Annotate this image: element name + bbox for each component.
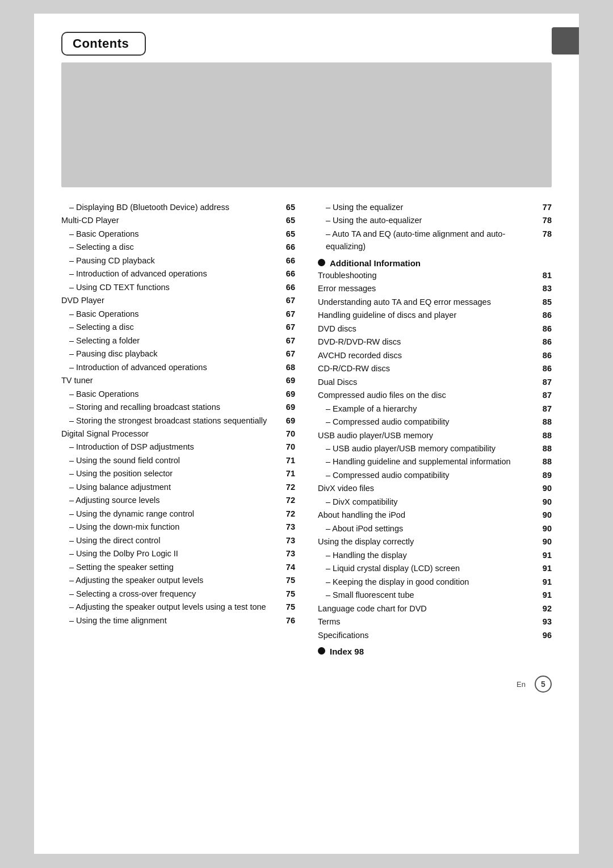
sub-entry-label: – Selecting a disc [69, 241, 283, 253]
section-entry: DVD Player67 [61, 294, 295, 307]
sub-entry-label: – Compressed audio compatibility [326, 416, 539, 428]
footer: En 5 [61, 676, 552, 693]
sub-entry: – Keeping the display in good condition9… [318, 576, 552, 588]
toc-entry: Specifications96 [318, 629, 552, 641]
sub-entry-num: 78 [543, 214, 552, 227]
entry-label: Error messages [318, 282, 539, 295]
entry-num: 90 [543, 482, 552, 494]
sub-entry-num: 76 [286, 614, 295, 627]
sub-entry-label: – Liquid crystal display (LCD) screen [326, 562, 539, 575]
sub-entry: – Displaying BD (Bluetooth Device) addre… [61, 201, 295, 213]
sub-entry: – About iPod settings90 [318, 522, 552, 535]
entry-label: CD-R/CD-RW discs [318, 362, 539, 375]
sub-entry: – Using the position selector71 [61, 467, 295, 480]
sub-entry-num: 67 [286, 347, 295, 360]
toc-entry: DVD-R/DVD-RW discs86 [318, 336, 552, 348]
sub-entry: – Storing and recalling broadcast statio… [61, 401, 295, 413]
sub-entry-label: – Adjusting the speaker output levels us… [69, 601, 283, 613]
sub-entry-label: – Introduction of advanced operations [69, 267, 283, 280]
entry-num: 81 [543, 269, 552, 282]
sub-entry: – Compressed audio compatibility88 [318, 416, 552, 428]
toc-entry: Using the display correctly90 [318, 535, 552, 548]
entry-label: DVD discs [318, 322, 539, 335]
header-box: Contents [61, 32, 146, 56]
sub-entry-label: – Adjusting the speaker output levels [69, 574, 283, 586]
sub-entry-num: 91 [543, 576, 552, 588]
sub-entry-num: 68 [286, 361, 295, 374]
sub-entry: – Introduction of DSP adjustments70 [61, 441, 295, 453]
sub-entry-num: 65 [286, 228, 295, 240]
sub-entry-label: – DivX compatibility [326, 496, 539, 508]
sub-entry-num: 69 [286, 388, 295, 400]
entry-num: 86 [543, 309, 552, 321]
section-label: Multi-CD Player [61, 214, 283, 227]
entry-num: 86 [543, 336, 552, 348]
entry-num: 92 [543, 602, 552, 615]
sub-entry-num: 67 [286, 321, 295, 333]
sub-entry-num: 91 [543, 549, 552, 561]
sub-entry-label: – Pausing disc playback [69, 347, 283, 360]
entry-num: 90 [543, 535, 552, 548]
sub-entry: – Using balance adjustment72 [61, 481, 295, 493]
sub-entry-label: – Selecting a disc [69, 321, 283, 333]
sub-entry: – Selecting a disc67 [61, 321, 295, 333]
sub-entry: – Using the sound field control71 [61, 454, 295, 467]
toc-entry: About handling the iPod90 [318, 509, 552, 521]
sub-entry: – Basic Operations67 [61, 308, 295, 320]
sub-entry: – Introduction of advanced operations66 [61, 267, 295, 280]
sub-entry: – Using the direct control73 [61, 534, 295, 547]
sub-entry: – Using the auto-equalizer78 [318, 214, 552, 227]
toc-entry: CD-R/CD-RW discs86 [318, 362, 552, 375]
sub-entry-label: – Example of a hierarchy [326, 402, 539, 415]
sub-entry-num: 90 [543, 522, 552, 535]
entry-label: DivX video files [318, 482, 539, 494]
sub-entry: – Using the Dolby Pro Logic II73 [61, 547, 295, 560]
toc-entry: Compressed audio files on the disc87 [318, 389, 552, 401]
entry-label: USB audio player/USB memory [318, 429, 539, 442]
bullet-section: Additional Information [318, 258, 552, 268]
entry-num: 86 [543, 349, 552, 362]
sub-entry-num: 88 [543, 455, 552, 468]
sub-entry-label: – Handling guideline and supplemental in… [326, 455, 539, 468]
bullet-section: Index 98 [318, 646, 552, 656]
entry-num: 86 [543, 322, 552, 335]
sub-entry-num: 71 [286, 467, 295, 480]
sub-entry: – DivX compatibility90 [318, 496, 552, 508]
toc-entry: Dual Discs87 [318, 376, 552, 388]
sub-entry: – Auto TA and EQ (auto-time alignment an… [318, 228, 552, 253]
entry-num: 90 [543, 509, 552, 521]
sub-entry-label: – Using the auto-equalizer [326, 214, 539, 227]
sub-entry: – Compressed audio compatibility89 [318, 469, 552, 481]
sub-entry-label: – Basic Operations [69, 228, 283, 240]
section-num: 69 [286, 374, 295, 387]
sub-entry-label: – Setting the speaker setting [69, 561, 283, 573]
sub-entry-label: – Using the equalizer [326, 201, 539, 213]
sub-entry: – Adjusting source levels72 [61, 494, 295, 506]
sub-entry-label: – Using the dynamic range control [69, 508, 283, 520]
sub-entry-label: – Basic Operations [69, 308, 283, 320]
sub-entry: – Basic Operations65 [61, 228, 295, 240]
page-title: Contents [73, 36, 129, 51]
sub-entry: – Small fluorescent tube91 [318, 589, 552, 601]
sub-entry-label: – Introduction of DSP adjustments [69, 441, 283, 453]
sub-entry: – Basic Operations69 [61, 388, 295, 400]
sub-entry-num: 71 [286, 454, 295, 467]
sub-entry: – Using the dynamic range control72 [61, 508, 295, 520]
section-num: 70 [286, 427, 295, 440]
tab-corner [552, 27, 579, 54]
sub-entry-label: – Using the time alignment [69, 614, 283, 627]
sub-entry-num: 69 [286, 414, 295, 427]
section-label: DVD Player [61, 294, 283, 307]
toc-entry: Understanding auto TA and EQ error messa… [318, 296, 552, 308]
sub-entry: – Using the equalizer77 [318, 201, 552, 213]
toc-entry: Terms93 [318, 615, 552, 628]
entry-num: 86 [543, 362, 552, 375]
sub-entry: – Storing the strongest broadcast statio… [61, 414, 295, 427]
bullet-label: Index 98 [330, 647, 364, 656]
sub-entry-num: 87 [543, 402, 552, 415]
toc-entry: DVD discs86 [318, 322, 552, 335]
sub-entry: – Selecting a disc66 [61, 241, 295, 253]
sub-entry-num: 88 [543, 442, 552, 455]
sub-entry-num: 77 [543, 201, 552, 213]
sub-entry-num: 69 [286, 401, 295, 413]
